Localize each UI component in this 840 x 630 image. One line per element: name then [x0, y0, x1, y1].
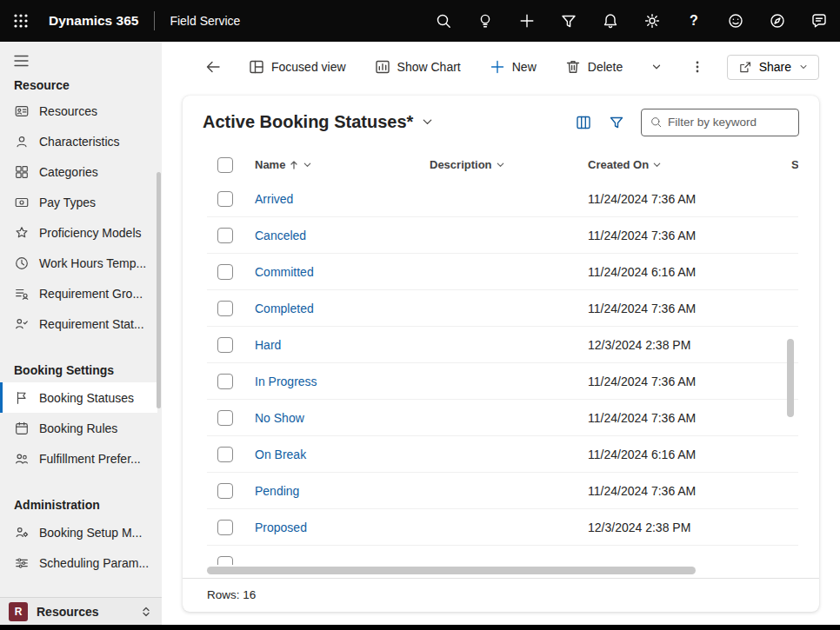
row-checkbox[interactable]: [217, 447, 233, 462]
record-name-link[interactable]: Arrived: [255, 192, 293, 206]
row-checkbox[interactable]: [217, 520, 233, 535]
row-checkbox[interactable]: [217, 374, 233, 389]
row-checkbox[interactable]: [217, 337, 233, 353]
main-content: Focused view Show Chart New Delete: [162, 42, 840, 625]
app-name[interactable]: Field Service: [170, 14, 240, 28]
show-chart-button[interactable]: Show Chart: [366, 53, 469, 81]
table-row[interactable]: Hard 12/3/2024 2:38 PM: [207, 327, 798, 363]
record-name-link[interactable]: Pending: [255, 484, 299, 498]
focused-view-button[interactable]: Focused view: [240, 53, 354, 81]
topbar-actions: ?: [423, 0, 840, 42]
notifications-bell-icon[interactable]: [590, 0, 631, 42]
record-name-link[interactable]: In Progress: [255, 375, 317, 388]
table-row[interactable]: In Progress 11/24/2024 7:36 AM: [207, 363, 798, 400]
topbar-left: Dynamics 365 Field Service: [0, 0, 240, 42]
edit-columns-button[interactable]: [575, 114, 592, 131]
area-switcher-label: Resources: [37, 605, 99, 619]
row-checkbox[interactable]: [217, 228, 233, 243]
table-row[interactable]: Arrived 11/24/2024 7:36 AM: [207, 181, 798, 217]
question-mark-glyph: ?: [690, 13, 698, 29]
table-row[interactable]: Proposed 12/3/2024 2:38 PM: [207, 509, 798, 546]
person-check-icon: [14, 316, 30, 332]
person-gear-icon: [14, 525, 30, 540]
record-name-link[interactable]: No Show: [255, 411, 304, 425]
collapse-sitemap-icon[interactable]: [9, 49, 40, 73]
edit-filters-button[interactable]: [608, 114, 625, 131]
record-name-link[interactable]: Committed: [255, 265, 314, 279]
sidebar-item-characteristics[interactable]: Characteristics: [0, 126, 157, 156]
sidebar-item-requirement-statuses[interactable]: Requirement Stat...: [0, 308, 157, 339]
table-row[interactable]: Pending 11/24/2024 7:36 AM: [207, 473, 798, 509]
new-button[interactable]: New: [481, 53, 544, 81]
table-row[interactable]: No Show 11/24/2024 7:36 AM: [207, 400, 798, 436]
table-row[interactable]: Completed 11/24/2024 7:36 AM: [207, 290, 798, 327]
record-name-link[interactable]: Proposed: [255, 521, 307, 534]
back-button[interactable]: [197, 53, 230, 81]
sidebar-item-requirement-groups[interactable]: Requirement Gro...: [0, 278, 157, 308]
delete-button[interactable]: Delete: [557, 53, 630, 81]
sidebar-item-booking-rules[interactable]: Booking Rules: [0, 413, 157, 443]
sidebar-item-resources[interactable]: Resources: [0, 96, 157, 126]
sidebar-item-proficiency-models[interactable]: Proficiency Models: [0, 217, 157, 248]
column-header-created-on[interactable]: Created On: [588, 158, 791, 171]
star-icon: [14, 225, 30, 241]
sidebar-item-fulfillment-preferences[interactable]: Fulfillment Prefer...: [0, 443, 157, 474]
row-checkbox[interactable]: [217, 264, 233, 280]
column-header-name[interactable]: Name: [255, 158, 430, 171]
row-checkbox[interactable]: [217, 301, 233, 316]
horizontal-scrollbar-track[interactable]: [207, 566, 798, 575]
sidebar-item-pay-types[interactable]: Pay Types: [0, 187, 157, 217]
table-row[interactable]: Committed 11/24/2024 6:16 AM: [207, 254, 798, 290]
sidebar-item-label: Categories: [39, 165, 98, 179]
view-selector[interactable]: Active Booking Statuses*: [203, 112, 434, 132]
row-checkbox[interactable]: [217, 410, 233, 426]
edit-columns-icon: [575, 114, 592, 131]
page-title: Active Booking Statuses*: [203, 112, 413, 132]
delete-dropdown-chevron[interactable]: [643, 56, 670, 78]
area-switcher[interactable]: R Resources: [0, 597, 162, 625]
sidebar-item-work-hours-templates[interactable]: Work Hours Temp...: [0, 248, 157, 278]
more-commands-button[interactable]: [683, 55, 712, 79]
lightbulb-icon[interactable]: [464, 0, 506, 42]
sidebar-item-categories[interactable]: Categories: [0, 156, 157, 187]
column-header-truncated[interactable]: S: [791, 158, 798, 171]
feedback-smiley-icon[interactable]: [715, 0, 757, 42]
brand-title[interactable]: Dynamics 365: [49, 13, 138, 29]
explore-compass-icon[interactable]: [757, 0, 798, 42]
row-checkbox[interactable]: [217, 556, 233, 565]
sidebar-item-booking-statuses[interactable]: Booking Statuses: [0, 382, 157, 413]
table-row[interactable]: Canceled 11/24/2024 7:36 AM: [207, 217, 798, 254]
sidebar-group-header-administration: Administration: [0, 491, 162, 517]
row-checkbox[interactable]: [217, 483, 233, 499]
sidebar-item-label: Pay Types: [39, 196, 96, 209]
settings-gear-icon[interactable]: [631, 0, 673, 42]
help-icon[interactable]: ?: [673, 0, 715, 42]
chevron-up-down-icon: [139, 605, 153, 619]
row-checkbox[interactable]: [217, 191, 233, 207]
horizontal-scrollbar-thumb[interactable]: [207, 567, 696, 574]
record-name-link[interactable]: On Break: [255, 448, 306, 461]
vertical-scrollbar-thumb[interactable]: [787, 339, 794, 417]
record-name-link[interactable]: Completed: [255, 302, 314, 315]
partially-visible-row[interactable]: [207, 546, 798, 565]
chat-icon[interactable]: [798, 0, 840, 42]
clock-icon: [14, 255, 30, 271]
app-launcher-icon[interactable]: [0, 0, 42, 42]
search-icon[interactable]: [423, 0, 464, 42]
table-row[interactable]: On Break 11/24/2024 6:16 AM: [207, 436, 798, 473]
column-header-description[interactable]: Description: [430, 158, 588, 171]
sidebar-item-label: Requirement Stat...: [39, 317, 144, 331]
quick-create-icon[interactable]: [506, 0, 548, 42]
record-name-link[interactable]: Canceled: [255, 229, 306, 242]
select-all-checkbox[interactable]: [217, 157, 233, 173]
filter-icon[interactable]: [548, 0, 590, 42]
record-name-link[interactable]: Hard: [255, 338, 281, 352]
share-button[interactable]: Share: [727, 55, 819, 80]
sidebar-item-booking-setup-metadata[interactable]: Booking Setup M...: [0, 517, 157, 547]
keyword-filter-input[interactable]: [668, 116, 790, 129]
waffle-icon: [13, 13, 29, 29]
sidebar-scrollbar[interactable]: [157, 172, 161, 408]
sidebar-item-label: Characteristics: [39, 135, 120, 149]
banknote-icon: [14, 195, 30, 210]
sidebar-item-scheduling-parameters[interactable]: Scheduling Param...: [0, 547, 157, 578]
